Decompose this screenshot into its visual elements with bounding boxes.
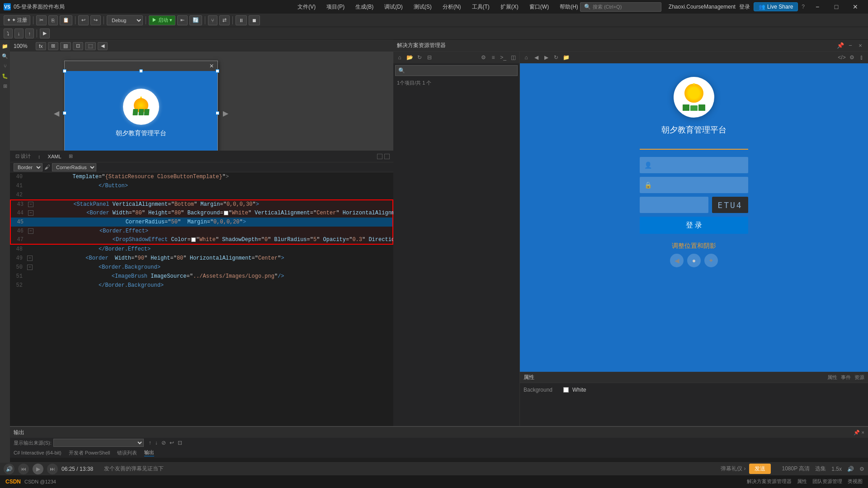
se-sync-btn[interactable]: ↻ (415, 53, 424, 62)
ap-code-btn[interactable]: </> (837, 53, 846, 62)
handle-top-left[interactable] (63, 69, 66, 73)
ap-home-btn[interactable]: ⌂ (522, 53, 531, 62)
playback-speed[interactable]: 1.5x (831, 466, 842, 472)
media-vol-btn[interactable]: 🔊 (4, 464, 14, 474)
props-tab-resources[interactable]: 资源 (854, 374, 864, 381)
ap-sync-btn[interactable]: ↻ (552, 53, 561, 62)
menu-window[interactable]: 窗口(W) (528, 2, 551, 12)
resize-arrow-left[interactable]: ◀ (54, 109, 59, 118)
pin-btn[interactable]: 📌 (836, 42, 844, 50)
sidebar-debug-icon[interactable]: 🐛 (0, 71, 9, 81)
redo-button[interactable]: ↪ (90, 15, 101, 25)
media-prev-btn[interactable]: ⏮ (18, 464, 29, 474)
menu-analyze[interactable]: 分析(N) (441, 2, 463, 12)
sidebar-explorer-icon[interactable]: 📁 (0, 42, 9, 51)
undo-button[interactable]: ↩ (78, 15, 89, 25)
se-graph-btn[interactable]: ◫ (509, 53, 518, 62)
ap-split-btn[interactable]: ⫿ (857, 53, 866, 62)
add-note-button[interactable]: ✦ ✦ 注册 (4, 15, 30, 25)
design-tab[interactable]: ⊡ 设计 (14, 152, 33, 161)
sidebar-search-icon[interactable]: 🔍 (0, 52, 9, 61)
output-pin-btn[interactable]: 📌 (854, 430, 860, 436)
step-over-button[interactable]: ⤵ (4, 28, 13, 38)
xaml-tab[interactable]: XAML (46, 152, 63, 161)
property-dropdown[interactable]: CornerRadius (52, 163, 96, 171)
media-play-btn[interactable]: ▶ (33, 464, 43, 474)
copy-button[interactable]: ⎘ (48, 15, 58, 25)
output-source-dropdown[interactable] (53, 439, 144, 447)
captcha-input[interactable] (640, 197, 708, 213)
close-button[interactable]: ✕ (846, 0, 864, 14)
console-tab-interactive[interactable]: C# Interactive (64-bit) (14, 450, 61, 455)
console-tab-powershell[interactable]: 开发者 PowerShell (69, 450, 110, 456)
menu-file[interactable]: 文件(V) (296, 2, 317, 12)
se-props-btn[interactable]: ≡ (489, 53, 498, 62)
artboard-btn[interactable]: ⬚ (85, 42, 96, 50)
sidebar-extensions-icon[interactable]: ⊞ (0, 81, 9, 90)
se-settings-btn[interactable]: ⚙ (479, 53, 488, 62)
login-button[interactable]: 登 录 (640, 217, 748, 234)
panel-split-icon[interactable] (377, 154, 382, 159)
sidebar-git-icon[interactable]: ⑂ (0, 62, 9, 71)
live-share-button[interactable]: 👥 Live Share (754, 2, 798, 11)
zoom-formula-btn[interactable]: fx (36, 42, 46, 50)
se-filter-btn[interactable]: ⊟ (425, 53, 434, 62)
ap-fwd-btn[interactable]: ▶ (542, 53, 551, 62)
ap-folder-btn[interactable]: 📁 (561, 53, 571, 62)
login-link[interactable]: 登录 (739, 3, 750, 11)
se-terminal-btn[interactable]: >_ (499, 53, 508, 62)
se-folder-btn[interactable]: 📂 (405, 53, 414, 62)
resize-arrow-right[interactable]: ▶ (223, 109, 228, 118)
shadow-btn-1[interactable]: ◀ (670, 254, 684, 267)
hot-reload-button[interactable]: 🔄 (189, 15, 202, 25)
menu-debug[interactable]: 调试(D) (382, 2, 405, 12)
grid-view-btn2[interactable]: ▤ (60, 42, 71, 50)
fold-50[interactable]: − (27, 265, 33, 270)
solution-explorer-link[interactable]: 解决方案资源管理器 (747, 478, 792, 485)
paste-button[interactable]: 📋 (60, 15, 72, 25)
preview-close-btn[interactable]: ✕ (208, 62, 216, 70)
output-open-btn[interactable]: ⊡ (176, 440, 184, 446)
collapse-btn[interactable]: ◀ (98, 42, 108, 50)
minimize-button[interactable]: − (808, 0, 826, 14)
maximize-button[interactable]: □ (827, 0, 845, 14)
step-out-button[interactable]: ↑ (25, 28, 34, 38)
question-icon[interactable]: ? (802, 4, 805, 10)
panel-collapse-btn[interactable]: − (846, 42, 854, 50)
search-box[interactable]: 🔍 搜索 (Ctrl+Q) (580, 2, 661, 12)
cut-button[interactable]: ✂ (36, 15, 47, 25)
team-resources-link[interactable]: 团队资源管理 (812, 478, 842, 485)
props-tab-attrs[interactable]: 属性 (827, 374, 837, 381)
menu-extensions[interactable]: 扩展(X) (499, 2, 520, 12)
menu-build[interactable]: 生成(B) (354, 2, 375, 12)
se-home-btn[interactable]: ⌂ (395, 53, 404, 62)
step-into-button[interactable]: ↓ (14, 28, 24, 38)
console-tab-output[interactable]: 输出 (144, 449, 154, 456)
output-close-btn[interactable]: × (862, 430, 864, 436)
design-canvas[interactable]: ✕ ◀ ▶ (10, 52, 393, 151)
panel-close-btn[interactable]: × (856, 42, 864, 50)
menu-project[interactable]: 项目(P) (325, 2, 346, 12)
se-search-box[interactable]: 🔍 (395, 65, 518, 76)
code-editor[interactable]: 40 Template="{StaticResource CloseButton… (10, 172, 393, 447)
handle-top-right[interactable] (216, 69, 219, 73)
handle-mid-left[interactable] (63, 111, 66, 115)
send-button[interactable]: 发送 (749, 464, 771, 474)
output-down-btn[interactable]: ↓ (154, 440, 159, 446)
breakpoint-button[interactable]: ⏸ (236, 15, 247, 25)
fold-49[interactable]: − (27, 256, 33, 261)
menu-test[interactable]: 测试(S) (412, 2, 434, 12)
shadow-btn-2[interactable]: ● (687, 254, 701, 267)
split-tab[interactable]: ↕ (36, 152, 42, 161)
ceremony-link[interactable]: 弹幕礼仪 › (721, 465, 745, 473)
props-tab-events[interactable]: 事件 (841, 374, 851, 381)
class-view-link[interactable]: 类视图 (848, 478, 863, 485)
continue-button[interactable]: ▶ (40, 28, 50, 38)
attach-button[interactable]: ⇤ (177, 15, 188, 25)
fold-43[interactable]: − (28, 202, 33, 207)
start-button[interactable]: ▶ 启动 ▾ (149, 15, 175, 25)
handle-mid-right[interactable] (216, 111, 219, 115)
menu-help[interactable]: 帮助(H) (558, 2, 580, 12)
fold-46[interactable]: − (28, 228, 33, 234)
snap-btn[interactable]: ⊡ (73, 42, 83, 50)
